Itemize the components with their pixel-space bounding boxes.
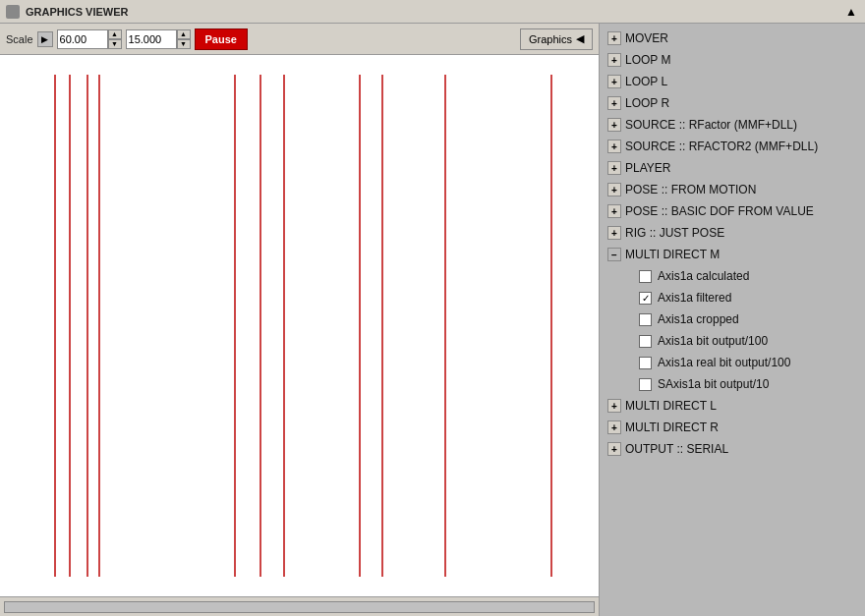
vline-1 bbox=[54, 75, 56, 577]
vline-9 bbox=[381, 75, 383, 577]
toolbar: Scale ▶ ▲ ▼ ▲ ▼ Pause Graphics ◀ bbox=[0, 24, 599, 55]
checkbox-axis1a-real-bit-output[interactable] bbox=[639, 357, 652, 369]
source-rfactor2-label: SOURCE :: RFACTOR2 (MMF+DLL) bbox=[625, 140, 818, 153]
expand-output-serial[interactable]: + bbox=[607, 442, 621, 456]
vline-4 bbox=[98, 75, 100, 577]
horizontal-scrollbar[interactable] bbox=[4, 601, 595, 613]
expand-source-rfactor[interactable]: + bbox=[607, 118, 621, 132]
tree-item-source-rfactor2[interactable]: + SOURCE :: RFACTOR2 (MMF+DLL) bbox=[600, 136, 865, 157]
axis1a-filtered-label: Axis1a filtered bbox=[658, 291, 731, 305]
graphics-arrow-icon: ◀ bbox=[576, 32, 584, 45]
tree-item-output-serial[interactable]: + OUTPUT :: SERIAL bbox=[600, 438, 865, 460]
expand-loop-m[interactable]: + bbox=[607, 53, 621, 67]
multi-direct-l-label: MULTI DIRECT L bbox=[625, 399, 717, 413]
loop-l-label: LOOP L bbox=[625, 75, 667, 88]
tree-item-rig-just-pose[interactable]: + RIG :: JUST POSE bbox=[600, 222, 865, 244]
expand-pose-from-motion[interactable]: + bbox=[607, 183, 621, 196]
loop-m-label: LOOP M bbox=[625, 53, 670, 67]
subitem-axis1a-calculated[interactable]: Axis1a calculated bbox=[631, 265, 865, 287]
multi-direct-m-label: MULTI DIRECT M bbox=[625, 248, 720, 261]
value2-input[interactable] bbox=[126, 29, 177, 49]
vline-2 bbox=[69, 75, 71, 577]
vline-3 bbox=[86, 75, 88, 577]
expand-multi-direct-m[interactable]: − bbox=[607, 248, 621, 261]
pose-basic-dof-label: POSE :: BASIC DOF FROM VALUE bbox=[625, 204, 814, 218]
tree-item-loop-m[interactable]: + LOOP M bbox=[600, 49, 865, 71]
expand-loop-l[interactable]: + bbox=[607, 75, 621, 88]
checkbox-axis1a-cropped[interactable] bbox=[639, 313, 652, 326]
value1-group: ▲ ▼ bbox=[57, 29, 122, 49]
vline-10 bbox=[444, 75, 446, 577]
tree-item-source-rfactor[interactable]: + SOURCE :: RFactor (MMF+DLL) bbox=[600, 114, 865, 136]
checkbox-axis1a-calculated[interactable] bbox=[639, 270, 652, 283]
subitem-axis1a-filtered[interactable]: Axis1a filtered bbox=[631, 287, 865, 308]
pause-button[interactable]: Pause bbox=[195, 28, 248, 50]
multi-direct-m-subitems: Axis1a calculated Axis1a filtered Axis1a… bbox=[600, 265, 865, 395]
left-panel: Scale ▶ ▲ ▼ ▲ ▼ Pause Graphics ◀ bbox=[0, 24, 600, 616]
graphics-button[interactable]: Graphics ◀ bbox=[520, 28, 593, 50]
resize-button[interactable]: ▲ bbox=[843, 4, 859, 20]
vline-8 bbox=[359, 75, 361, 577]
value1-spinners: ▲ ▼ bbox=[108, 29, 122, 49]
tree-item-multi-direct-l[interactable]: + MULTI DIRECT L bbox=[600, 395, 865, 417]
expand-source-rfactor2[interactable]: + bbox=[607, 140, 621, 153]
source-rfactor-label: SOURCE :: RFactor (MMF+DLL) bbox=[625, 118, 797, 132]
tree-item-multi-direct-r[interactable]: + MULTI DIRECT R bbox=[600, 417, 865, 438]
canvas-area bbox=[0, 55, 599, 596]
axis1a-cropped-label: Axis1a cropped bbox=[658, 312, 739, 326]
title-bar-right: ▲ bbox=[843, 4, 859, 20]
tree-item-pose-from-motion[interactable]: + POSE :: FROM MOTION bbox=[600, 179, 865, 200]
output-serial-label: OUTPUT :: SERIAL bbox=[625, 442, 728, 456]
vline-5 bbox=[234, 75, 236, 577]
bottom-bar bbox=[0, 596, 599, 616]
axis1a-real-bit-output-label: Axis1a real bit output/100 bbox=[658, 356, 790, 369]
title-bar: GRAPHICS VIEWER ▲ bbox=[0, 0, 865, 24]
subitem-axis1a-real-bit-output[interactable]: Axis1a real bit output/100 bbox=[631, 352, 865, 373]
tree-item-multi-direct-m[interactable]: − MULTI DIRECT M bbox=[600, 244, 865, 265]
value2-group: ▲ ▼ bbox=[126, 29, 191, 49]
loop-r-label: LOOP R bbox=[625, 96, 669, 110]
checkbox-saxis1a-bit-output[interactable] bbox=[639, 378, 652, 391]
main-layout: Scale ▶ ▲ ▼ ▲ ▼ Pause Graphics ◀ bbox=[0, 24, 865, 616]
expand-pose-basic-dof[interactable]: + bbox=[607, 204, 621, 218]
tree-item-loop-r[interactable]: + LOOP R bbox=[600, 92, 865, 114]
expand-loop-r[interactable]: + bbox=[607, 96, 621, 110]
scale-label: Scale bbox=[6, 33, 33, 45]
vline-11 bbox=[550, 75, 552, 577]
value1-input[interactable] bbox=[57, 29, 108, 49]
tree-item-mover[interactable]: + MOVER bbox=[600, 28, 865, 49]
mover-label: MOVER bbox=[625, 31, 668, 45]
multi-direct-r-label: MULTI DIRECT R bbox=[625, 420, 719, 434]
pose-from-motion-label: POSE :: FROM MOTION bbox=[625, 183, 756, 196]
rig-just-pose-label: RIG :: JUST POSE bbox=[625, 226, 724, 240]
expand-rig-just-pose[interactable]: + bbox=[607, 226, 621, 240]
right-panel: + MOVER + LOOP M + LOOP L + LOOP R + SOU… bbox=[600, 24, 865, 616]
vline-6 bbox=[260, 75, 261, 577]
value1-spin-up[interactable]: ▲ bbox=[108, 29, 122, 39]
tree-item-player[interactable]: + PLAYER bbox=[600, 157, 865, 179]
window-title: GRAPHICS VIEWER bbox=[26, 6, 129, 18]
subitem-saxis1a-bit-output[interactable]: SAxis1a bit output/10 bbox=[631, 373, 865, 395]
scale-arrow-btn[interactable]: ▶ bbox=[37, 31, 53, 47]
expand-multi-direct-l[interactable]: + bbox=[607, 399, 621, 413]
axis1a-bit-output-label: Axis1a bit output/100 bbox=[658, 334, 768, 348]
subitem-axis1a-cropped[interactable]: Axis1a cropped bbox=[631, 308, 865, 330]
value1-spin-down[interactable]: ▼ bbox=[108, 39, 122, 49]
expand-mover[interactable]: + bbox=[607, 31, 621, 45]
value2-spin-up[interactable]: ▲ bbox=[177, 29, 191, 39]
value2-spin-down[interactable]: ▼ bbox=[177, 39, 191, 49]
subitem-axis1a-bit-output[interactable]: Axis1a bit output/100 bbox=[631, 330, 865, 352]
tree-item-loop-l[interactable]: + LOOP L bbox=[600, 71, 865, 92]
vline-7 bbox=[283, 75, 285, 577]
checkbox-axis1a-filtered[interactable] bbox=[639, 292, 652, 305]
checkbox-axis1a-bit-output[interactable] bbox=[639, 335, 652, 348]
graphics-label: Graphics bbox=[529, 33, 572, 45]
axis1a-calculated-label: Axis1a calculated bbox=[658, 269, 749, 283]
tree-item-pose-basic-dof[interactable]: + POSE :: BASIC DOF FROM VALUE bbox=[600, 200, 865, 222]
value2-spinners: ▲ ▼ bbox=[177, 29, 191, 49]
app-icon bbox=[6, 5, 20, 19]
expand-multi-direct-r[interactable]: + bbox=[607, 420, 621, 434]
expand-player[interactable]: + bbox=[607, 161, 621, 175]
player-label: PLAYER bbox=[625, 161, 670, 175]
saxis1a-bit-output-label: SAxis1a bit output/10 bbox=[658, 377, 769, 391]
